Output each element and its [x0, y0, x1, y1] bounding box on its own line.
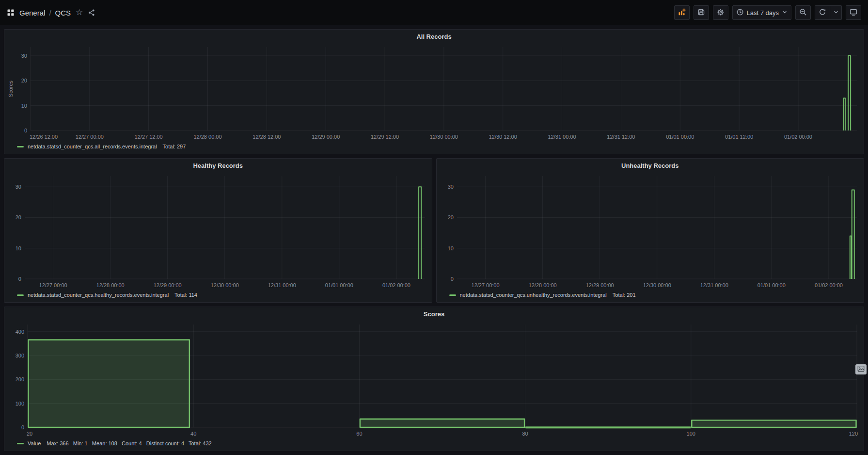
save-icon: [697, 8, 705, 17]
series-color-marker: [449, 294, 456, 296]
apps-grid-icon[interactable]: [7, 9, 15, 16]
gear-icon: [717, 8, 725, 17]
panel-healthy-records-header[interactable]: Healthy Records: [4, 159, 432, 172]
svg-text:12/31 12:00: 12/31 12:00: [607, 134, 635, 140]
overlay-widget-button[interactable]: [855, 364, 867, 374]
series-color-marker: [17, 146, 24, 147]
svg-text:10: 10: [21, 103, 27, 109]
healthy-records-chart[interactable]: 010203012/27 00:0012/28 00:0012/29 00:00…: [7, 172, 429, 291]
panel-title[interactable]: Healthy Records: [193, 162, 243, 169]
unhealthy-records-legend: netdata.statsd_counter_qcs.unhealthy_rec…: [437, 291, 864, 302]
unhealthy-records-chart[interactable]: 010203012/27 00:0012/28 00:0012/29 00:00…: [440, 172, 861, 291]
star-dashboard-icon[interactable]: ☆: [76, 9, 83, 16]
svg-text:0: 0: [450, 276, 453, 282]
breadcrumb-dashboard[interactable]: QCS: [55, 9, 71, 17]
panel-all-records-header[interactable]: All Records: [4, 30, 864, 43]
svg-text:12/27 00:00: 12/27 00:00: [39, 282, 67, 288]
zoom-out-button[interactable]: [795, 5, 811, 20]
time-range-picker[interactable]: Last 7 days: [732, 5, 792, 20]
svg-text:01/01 00:00: 01/01 00:00: [757, 282, 785, 288]
refresh-button[interactable]: [815, 5, 830, 20]
dashboard-topbar: General / QCS ☆ Last 7: [0, 0, 868, 25]
panel-row: Healthy Records 010203012/27 00:0012/28 …: [4, 158, 864, 303]
svg-text:100: 100: [16, 401, 24, 406]
svg-text:12/31 00:00: 12/31 00:00: [268, 282, 296, 288]
svg-text:01/01 12:00: 01/01 12:00: [725, 134, 753, 140]
svg-text:12/31 00:00: 12/31 00:00: [548, 134, 576, 140]
svg-text:20: 20: [16, 214, 21, 220]
svg-text:12/28 00:00: 12/28 00:00: [193, 134, 221, 140]
tv-monitor-icon: [850, 8, 857, 17]
svg-text:200: 200: [16, 376, 24, 382]
svg-text:12/28 12:00: 12/28 12:00: [253, 134, 281, 140]
svg-text:12/30 00:00: 12/30 00:00: [211, 282, 239, 288]
svg-text:Scores: Scores: [8, 80, 14, 97]
refresh-button-group: [815, 5, 842, 20]
refresh-interval-dropdown[interactable]: [830, 5, 842, 20]
svg-text:12/29 00:00: 12/29 00:00: [312, 134, 340, 140]
svg-text:0: 0: [21, 424, 24, 430]
svg-text:20: 20: [21, 78, 27, 83]
svg-text:12/29 00:00: 12/29 00:00: [585, 282, 614, 288]
legend-series-name[interactable]: netdata.statsd_counter_qcs.unhealthy_rec…: [460, 292, 607, 298]
svg-text:01/01 00:00: 01/01 00:00: [666, 134, 694, 140]
breadcrumb-folder[interactable]: General: [19, 9, 45, 17]
breadcrumb[interactable]: General / QCS: [19, 9, 71, 17]
legend-stats: Max: 366 Min: 1 Mean: 108 Count: 4 Disti…: [47, 440, 211, 446]
svg-text:12/29 12:00: 12/29 12:00: [371, 134, 399, 140]
panel-unhealthy-records: Unhealthy Records 010203012/27 00:0012/2…: [436, 158, 865, 303]
svg-text:01/01 00:00: 01/01 00:00: [325, 282, 353, 288]
panel-scores: Scores 010020030040020406080100120 Value…: [4, 307, 864, 451]
panel-title[interactable]: Unhealthy Records: [621, 162, 679, 169]
svg-text:400: 400: [16, 329, 24, 335]
dashboard-grid: All Records 010203012/26 12:0012/27 00:0…: [0, 25, 868, 455]
svg-text:300: 300: [16, 353, 24, 358]
svg-text:12/26 12:00: 12/26 12:00: [30, 134, 58, 140]
svg-text:12/29 00:00: 12/29 00:00: [154, 282, 182, 288]
svg-text:12/28 00:00: 12/28 00:00: [96, 282, 125, 288]
panel-healthy-records: Healthy Records 010203012/27 00:0012/28 …: [4, 158, 432, 303]
save-dashboard-button[interactable]: [694, 5, 709, 20]
svg-text:12/30 00:00: 12/30 00:00: [643, 282, 671, 288]
kiosk-mode-button[interactable]: [846, 5, 861, 20]
chevron-down-icon: [782, 9, 788, 16]
panel-title[interactable]: All Records: [416, 33, 451, 40]
legend-series-name[interactable]: Value: [28, 440, 41, 446]
svg-text:20: 20: [27, 431, 32, 437]
all-records-legend: netdata.statsd_counter_qcs.all_records.e…: [4, 142, 864, 154]
chevron-down-icon: [833, 9, 839, 16]
legend-stats: Total: 201: [613, 292, 636, 298]
series-color-marker: [17, 443, 24, 444]
svg-text:01/02 00:00: 01/02 00:00: [382, 282, 410, 288]
svg-text:10: 10: [447, 245, 453, 251]
legend-stats: Total: 114: [174, 292, 197, 298]
series-color-marker: [17, 294, 24, 296]
all-records-chart[interactable]: 010203012/26 12:0012/27 00:0012/27 12:00…: [7, 43, 861, 142]
panel-scores-header[interactable]: Scores: [4, 307, 864, 321]
svg-text:12/27 00:00: 12/27 00:00: [76, 134, 104, 140]
healthy-records-legend: netdata.statsd_counter_qcs.healthy_recor…: [4, 291, 432, 302]
svg-text:40: 40: [190, 431, 196, 437]
svg-text:80: 80: [522, 431, 528, 437]
svg-text:01/02 00:00: 01/02 00:00: [814, 282, 842, 288]
svg-text:12/27 12:00: 12/27 12:00: [135, 134, 163, 140]
legend-series-name[interactable]: netdata.statsd_counter_qcs.all_records.e…: [28, 144, 157, 149]
svg-text:20: 20: [447, 214, 453, 220]
panel-all-records: All Records 010203012/26 12:0012/27 00:0…: [4, 29, 864, 154]
dashboard-settings-button[interactable]: [713, 5, 728, 20]
share-dashboard-icon[interactable]: [88, 9, 95, 16]
legend-series-name[interactable]: netdata.statsd_counter_qcs.healthy_recor…: [28, 292, 169, 298]
add-panel-button[interactable]: [674, 5, 690, 20]
panel-unhealthy-records-header[interactable]: Unhealthy Records: [437, 159, 864, 172]
svg-text:12/30 12:00: 12/30 12:00: [489, 134, 517, 140]
svg-text:30: 30: [16, 184, 21, 190]
svg-text:0: 0: [24, 128, 27, 133]
refresh-icon: [819, 8, 826, 17]
zoom-out-icon: [799, 8, 807, 17]
svg-text:60: 60: [356, 431, 362, 437]
svg-text:0: 0: [18, 276, 21, 282]
panel-title[interactable]: Scores: [424, 310, 444, 318]
clock-icon: [736, 8, 744, 17]
svg-text:100: 100: [687, 431, 695, 437]
scores-histogram-chart[interactable]: 010020030040020406080100120: [7, 321, 861, 439]
